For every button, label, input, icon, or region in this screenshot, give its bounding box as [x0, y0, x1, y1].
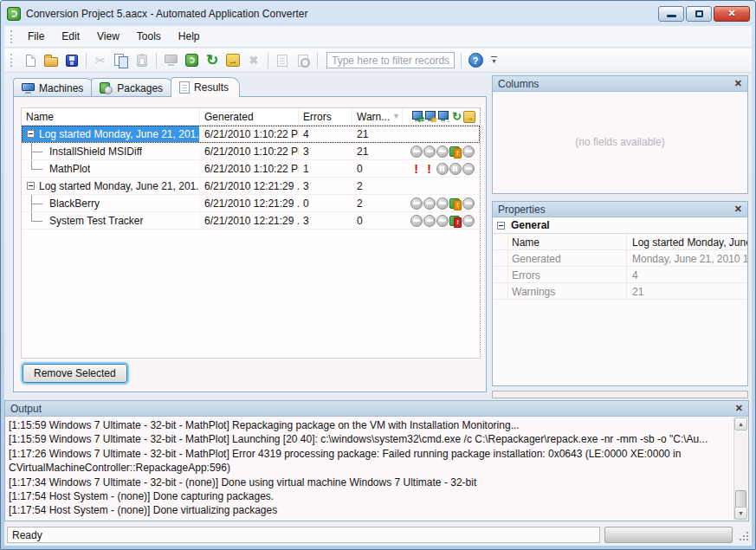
row-status-icons	[403, 195, 480, 211]
scroll-up-button[interactable]: ▲	[734, 417, 747, 430]
paste-button[interactable]	[132, 50, 152, 70]
row-warnings: 2	[352, 178, 403, 194]
toolbar-separator	[268, 53, 268, 68]
property-value: Monday, June 21, 2010 1:10	[627, 250, 747, 266]
machine-icon	[165, 55, 178, 66]
output-panel-header: Output ✕	[5, 401, 748, 417]
new-document-icon	[26, 55, 36, 67]
row-name: Log started Monday, June 21, 201...	[39, 128, 199, 140]
output-panel-close-button[interactable]: ✕	[735, 404, 743, 413]
vm-install-column-icon[interactable]: ↓	[437, 110, 450, 123]
minus-icon	[423, 197, 436, 210]
collapse-expander-icon[interactable]	[27, 182, 35, 190]
property-group-general[interactable]: General	[493, 217, 747, 234]
client-area: File Edit View Tools Help ✂ ↻ → ✖	[4, 26, 752, 546]
report-button[interactable]	[273, 50, 292, 70]
tree-branch	[22, 212, 47, 229]
column-header-generated[interactable]: Generated	[200, 108, 299, 125]
chevron-down-icon: ▼	[491, 58, 497, 64]
copy-button[interactable]	[112, 50, 131, 70]
output-log[interactable]: [1:15:59 Windows 7 Ultimate - 32-bit - M…	[5, 417, 748, 521]
result-row-log-group-2[interactable]: Log started Monday, June 21, 201... 6/21…	[22, 178, 480, 195]
toolbar: ✂ ↻ → ✖ ? ▼	[4, 49, 752, 73]
minus-icon	[436, 214, 449, 228]
status-message: Ready	[7, 527, 600, 543]
workspace: Machines Packages Results Name Generated…	[4, 74, 752, 523]
collapse-expander-icon[interactable]	[497, 222, 505, 230]
menu-help[interactable]: Help	[170, 27, 209, 46]
collapse-expander-icon[interactable]	[27, 130, 35, 138]
minus-icon	[410, 145, 423, 159]
result-row-system-test-tracker[interactable]: System Test Tracker 6/21/2010 12:21:29 .…	[22, 212, 480, 230]
output-scrollbar[interactable]: ▲ ▼	[733, 417, 747, 520]
menu-edit[interactable]: Edit	[53, 27, 88, 46]
properties-panel-close-button[interactable]: ✕	[734, 204, 742, 214]
remove-selected-button[interactable]: Remove Selected	[23, 364, 127, 383]
tree-branch	[22, 143, 47, 159]
row-name-cell: BlackBerry	[22, 195, 200, 211]
row-status-icons	[403, 126, 480, 142]
property-row-errors: Errors 4	[493, 267, 747, 283]
columns-panel-close-button[interactable]: ✕	[734, 79, 742, 88]
toolbar-separator	[86, 53, 87, 68]
maximize-button[interactable]	[686, 6, 712, 22]
cut-button[interactable]: ✂	[91, 50, 110, 70]
vm-snapshot-column-icon[interactable]: ★	[424, 110, 437, 123]
toolbar-grip[interactable]	[10, 54, 13, 67]
resize-grip-icon[interactable]	[737, 529, 749, 541]
output-line: CVirtualMachineController::RepackageApp:…	[9, 461, 733, 475]
convert-package-button[interactable]	[182, 50, 201, 70]
close-button[interactable]: ✕	[714, 6, 750, 22]
stop-button[interactable]: ✖	[244, 50, 263, 70]
minimize-button[interactable]	[658, 6, 684, 22]
help-button[interactable]: ?	[466, 50, 485, 70]
open-project-button[interactable]	[42, 50, 61, 70]
row-errors: 3	[299, 178, 352, 194]
toolbar-overflow-button[interactable]: ▼	[491, 56, 497, 64]
scroll-down-button[interactable]: ▼	[734, 507, 747, 520]
row-name-cell: InstallShield MSIDiff	[22, 143, 200, 159]
preview-icon	[298, 55, 308, 67]
column-header-warnings-label: Warn...	[357, 111, 390, 125]
column-header-errors[interactable]: Errors	[299, 108, 352, 125]
document-icon	[179, 81, 190, 94]
column-header-warnings[interactable]: Warn... ▼	[352, 108, 403, 125]
filter-input[interactable]	[326, 52, 455, 68]
tab-packages[interactable]: Packages	[91, 78, 174, 97]
property-label: Generated	[493, 250, 627, 266]
export-package-button[interactable]: →	[223, 50, 242, 70]
menu-tools[interactable]: Tools	[128, 27, 170, 46]
save-project-button[interactable]	[62, 50, 81, 70]
columns-panel-title: Columns	[498, 78, 539, 90]
tab-label: Machines	[39, 82, 83, 94]
menubar-grip[interactable]	[10, 30, 13, 43]
output-line: [1:17:26 Windows 7 Ultimate - 32-bit - M…	[9, 447, 733, 461]
vm-sync-column-icon[interactable]: ⇄	[411, 110, 424, 123]
tab-machines[interactable]: Machines	[13, 78, 94, 97]
result-row-blackberry[interactable]: BlackBerry 6/21/2010 12:21:29 ... 0 2	[22, 195, 480, 212]
new-document-button[interactable]	[21, 50, 40, 70]
column-header-name[interactable]: Name	[22, 108, 200, 125]
result-row-log-group-1[interactable]: Log started Monday, June 21, 201... 6/21…	[22, 126, 480, 143]
row-status-icons	[403, 212, 480, 229]
result-row-mathplot[interactable]: MathPlot 6/21/2010 1:10:22 PM 1 0	[22, 160, 480, 178]
docked-strip	[492, 391, 748, 398]
properties-grid: General Name Log started Monday, June Ge…	[493, 217, 747, 385]
progress-bar	[604, 527, 733, 543]
export-column-icon[interactable]: →	[463, 111, 475, 123]
repackage-column-icon[interactable]: ↻	[450, 110, 463, 123]
row-name-cell: Log started Monday, June 21, 201...	[22, 178, 200, 194]
output-line: [1:15:59 Windows 7 Ultimate - 32-bit - M…	[9, 432, 733, 446]
repackage-button[interactable]: ↻	[203, 50, 222, 70]
row-errors: 1	[299, 160, 352, 177]
help-icon: ?	[468, 53, 483, 68]
menu-file[interactable]: File	[19, 27, 53, 46]
tab-results[interactable]: Results	[171, 77, 240, 97]
menu-view[interactable]: View	[88, 27, 128, 46]
connect-machine-button[interactable]	[161, 50, 180, 70]
result-row-installshield-msidiff[interactable]: InstallShield MSIDiff 6/21/2010 1:10:22 …	[22, 143, 480, 160]
row-name-cell: System Test Tracker	[22, 212, 200, 229]
preview-button[interactable]	[294, 50, 313, 70]
minus-icon	[462, 162, 475, 176]
property-value[interactable]: Log started Monday, June	[627, 234, 747, 249]
